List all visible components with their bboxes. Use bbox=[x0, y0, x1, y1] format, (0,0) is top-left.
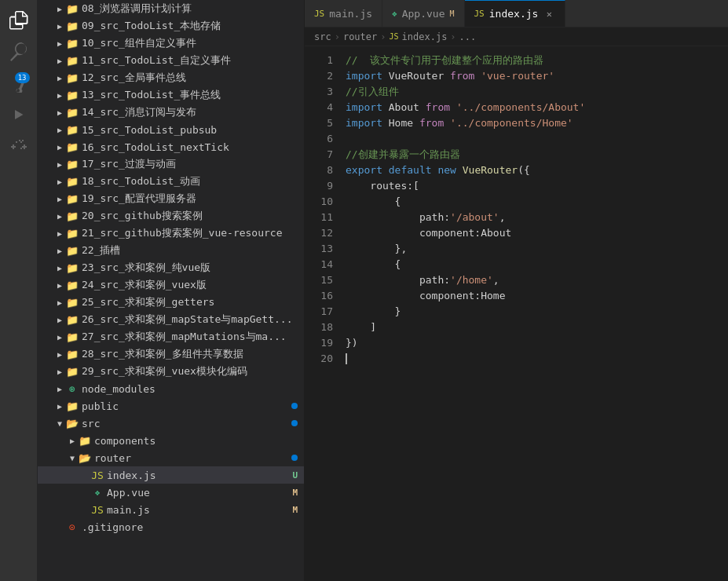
code-line-4: import About from '../components/About' bbox=[346, 100, 712, 115]
text-cursor bbox=[346, 353, 347, 364]
sidebar-item-app-vue[interactable]: ▶ ❖ App.vue M bbox=[38, 484, 304, 501]
files-icon[interactable] bbox=[5, 6, 33, 35]
line-num-4: 4 bbox=[305, 100, 333, 115]
sidebar-item-label: 24_src_求和案例_vuex版 bbox=[82, 278, 304, 292]
folder-icon: 📁 bbox=[66, 123, 79, 136]
breadcrumb-router[interactable]: router bbox=[343, 31, 377, 42]
folder-icon: 📁 bbox=[66, 348, 79, 360]
chevron-right-icon: ▶ bbox=[53, 348, 66, 360]
chevron-right-icon: ▶ bbox=[53, 331, 66, 343]
sidebar-item-18[interactable]: ▶ 📁 18_src_TodoList_动画 bbox=[38, 173, 304, 190]
sidebar-item-29[interactable]: ▶ 📁 29_src_求和案例_vuex模块化编码 bbox=[38, 363, 304, 380]
code-line-16: component:Home bbox=[346, 288, 712, 304]
chevron-right-icon: ▶ bbox=[53, 89, 66, 101]
breadcrumb-file[interactable]: index.js bbox=[402, 31, 448, 42]
folder-icon: 📁 bbox=[66, 175, 79, 188]
chevron-right-icon: ▶ bbox=[53, 192, 66, 205]
code-line-5: import Home from '../components/Home' bbox=[346, 115, 712, 131]
search-icon[interactable] bbox=[5, 38, 33, 66]
js-file-icon: JS bbox=[91, 503, 104, 516]
sidebar-item-node-modules[interactable]: ▶ ⊛ node_modules bbox=[38, 380, 304, 397]
sidebar-item-19[interactable]: ▶ 📁 19_src_配置代理服务器 bbox=[38, 190, 304, 207]
folder-icon: 📁 bbox=[66, 192, 79, 205]
chevron-right-icon: ▶ bbox=[53, 261, 66, 274]
sidebar-item-index-js[interactable]: ▶ JS index.js U bbox=[38, 466, 304, 484]
sidebar-item-22[interactable]: ▶ 📁 22_插槽 bbox=[38, 242, 304, 259]
source-control-icon[interactable]: 13 bbox=[5, 69, 33, 97]
chevron-right-icon: ▶ bbox=[53, 2, 66, 15]
chevron-right-icon: ▶ bbox=[53, 227, 66, 239]
code-line-2: import VueRouter from 'vue-router' bbox=[346, 68, 712, 84]
line-num-18: 18 bbox=[305, 320, 333, 335]
chevron-right-icon: ▶ bbox=[53, 400, 66, 412]
extensions-icon[interactable] bbox=[5, 132, 33, 160]
sidebar-item-label: 11_src_TodoList_自定义事件 bbox=[82, 53, 304, 68]
line-num-15: 15 bbox=[305, 272, 333, 288]
tab-close-button[interactable]: ✕ bbox=[543, 8, 555, 20]
sidebar-item-09[interactable]: ▶ 📁 09_src_TodoList_本地存储 bbox=[38, 17, 304, 35]
sidebar-item-14[interactable]: ▶ 📁 14_src_消息订阅与发布 bbox=[38, 104, 304, 121]
line-num-13: 13 bbox=[305, 241, 333, 257]
node-modules-icon: ⊛ bbox=[66, 382, 79, 395]
folder-icon: 📁 bbox=[66, 20, 79, 32]
breadcrumb: src › router › JS index.js › ... bbox=[305, 27, 728, 46]
tab-main-js[interactable]: JS main.js bbox=[305, 0, 382, 27]
sidebar-item-13[interactable]: ▶ 📁 13_src_TodoList_事件总线 bbox=[38, 86, 304, 104]
line-num-7: 7 bbox=[305, 147, 333, 163]
breadcrumb-sep: › bbox=[450, 31, 455, 42]
tab-label: index.js bbox=[489, 8, 539, 20]
folder-open-icon: 📂 bbox=[66, 417, 79, 429]
sidebar-item-12[interactable]: ▶ 📁 12_src_全局事件总线 bbox=[38, 69, 304, 86]
sidebar-item-main-js[interactable]: ▶ JS main.js M bbox=[38, 501, 304, 518]
sidebar-item-router[interactable]: ▼ 📂 router bbox=[38, 449, 304, 466]
code-line-20 bbox=[346, 351, 712, 367]
folder-icon: 📁 bbox=[66, 210, 79, 222]
sidebar-item-src[interactable]: ▼ 📂 src bbox=[38, 415, 304, 432]
tab-index-js[interactable]: JS index.js ✕ bbox=[465, 0, 566, 27]
sidebar-item-label: 15_src_TodoList_pubsub bbox=[82, 124, 304, 136]
code-line-17: } bbox=[346, 304, 712, 320]
sidebar-item-08[interactable]: ▶ 📁 08_浏览器调用计划计算 bbox=[38, 0, 304, 17]
folder-icon: 📁 bbox=[66, 2, 79, 15]
sidebar-item-components[interactable]: ▶ 📁 components bbox=[38, 432, 304, 449]
code-line-11: path:'/about', bbox=[346, 210, 712, 225]
breadcrumb-symbol[interactable]: ... bbox=[459, 31, 477, 42]
sidebar-item-10[interactable]: ▶ 📁 10_src_组件自定义事件 bbox=[38, 35, 304, 52]
chevron-right-icon: ▶ bbox=[53, 106, 66, 119]
sidebar-item-25[interactable]: ▶ 📁 25_src_求和案例_getters bbox=[38, 294, 304, 311]
sidebar-item-gitignore[interactable]: ▶ ⊙ .gitignore bbox=[38, 518, 304, 535]
breadcrumb-src[interactable]: src bbox=[314, 31, 331, 42]
sidebar-item-label: index.js bbox=[107, 470, 292, 481]
chevron-right-icon: ▶ bbox=[53, 123, 66, 136]
code-editor[interactable]: 1 2 3 4 5 6 7 8 9 10 11 12 13 14 15 16 1… bbox=[305, 46, 728, 581]
line-num-10: 10 bbox=[305, 194, 333, 210]
run-icon[interactable] bbox=[5, 100, 33, 129]
sidebar-item-23[interactable]: ▶ 📁 23_src_求和案例_纯vue版 bbox=[38, 259, 304, 276]
vue-file-icon: ❖ bbox=[91, 486, 104, 499]
sidebar-item-16[interactable]: ▶ 📁 16_src_TodoList_nextTick bbox=[38, 138, 304, 155]
sidebar-item-label: 26_src_求和案例_mapState与mapGett... bbox=[82, 312, 304, 327]
sidebar-item-27[interactable]: ▶ 📁 27_src_求和案例_mapMutations与ma... bbox=[38, 328, 304, 345]
sidebar-item-public[interactable]: ▶ 📁 public bbox=[38, 397, 304, 415]
sidebar-item-15[interactable]: ▶ 📁 15_src_TodoList_pubsub bbox=[38, 121, 304, 138]
sidebar-item-21[interactable]: ▶ 📁 21_src_github搜索案例_vue-resource bbox=[38, 225, 304, 242]
sidebar-item-17[interactable]: ▶ 📁 17_src_过渡与动画 bbox=[38, 155, 304, 173]
sidebar-item-label: 23_src_求和案例_纯vue版 bbox=[82, 261, 304, 275]
sidebar-item-20[interactable]: ▶ 📁 20_src_github搜索案例 bbox=[38, 207, 304, 225]
tab-vue-icon: ❖ bbox=[392, 9, 397, 19]
chevron-right-icon: ▶ bbox=[53, 54, 66, 67]
folder-icon: 📁 bbox=[66, 313, 79, 326]
line-num-8: 8 bbox=[305, 163, 333, 178]
sidebar-item-28[interactable]: ▶ 📁 28_src_求和案例_多组件共享数据 bbox=[38, 345, 304, 363]
modified-badge: M bbox=[292, 488, 298, 498]
sidebar-item-24[interactable]: ▶ 📁 24_src_求和案例_vuex版 bbox=[38, 276, 304, 294]
sidebar-item-label: .gitignore bbox=[82, 521, 304, 533]
sidebar-item-label: 21_src_github搜索案例_vue-resource bbox=[82, 226, 304, 240]
sidebar-item-26[interactable]: ▶ 📁 26_src_求和案例_mapState与mapGett... bbox=[38, 311, 304, 328]
sidebar-item-label: 09_src_TodoList_本地存储 bbox=[82, 19, 304, 33]
folder-icon: 📁 bbox=[66, 106, 79, 119]
tab-js-icon: JS bbox=[474, 9, 485, 19]
sidebar-item-11[interactable]: ▶ 📁 11_src_TodoList_自定义事件 bbox=[38, 52, 304, 69]
sidebar-item-label: 19_src_配置代理服务器 bbox=[82, 192, 304, 206]
tab-app-vue[interactable]: ❖ App.vue M bbox=[382, 0, 464, 27]
